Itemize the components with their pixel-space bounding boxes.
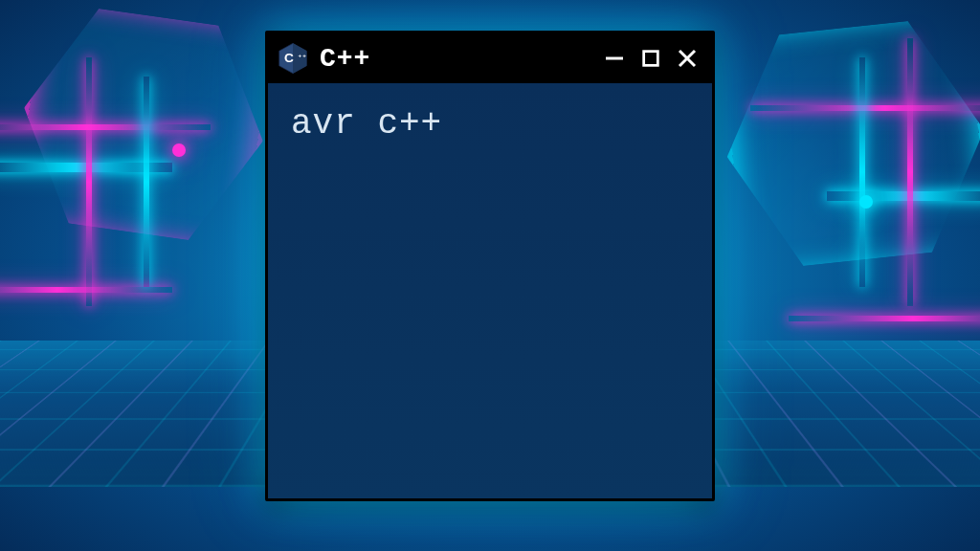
- terminal-window: C + + C++ avr c++: [265, 31, 715, 501]
- svg-text:C: C: [284, 51, 294, 65]
- maximize-button[interactable]: [635, 43, 666, 74]
- svg-text:+: +: [298, 52, 301, 58]
- cpp-hex-icon: C + +: [276, 41, 310, 76]
- window-title: C++: [320, 44, 370, 74]
- minimize-button[interactable]: [599, 43, 630, 74]
- window-controls: [599, 43, 702, 74]
- terminal-line: avr c++: [291, 104, 689, 143]
- titlebar[interactable]: C + + C++: [268, 33, 712, 83]
- close-button[interactable]: [672, 43, 702, 74]
- svg-rect-6: [644, 52, 658, 66]
- terminal-content[interactable]: avr c++: [268, 83, 712, 498]
- svg-text:+: +: [302, 52, 306, 58]
